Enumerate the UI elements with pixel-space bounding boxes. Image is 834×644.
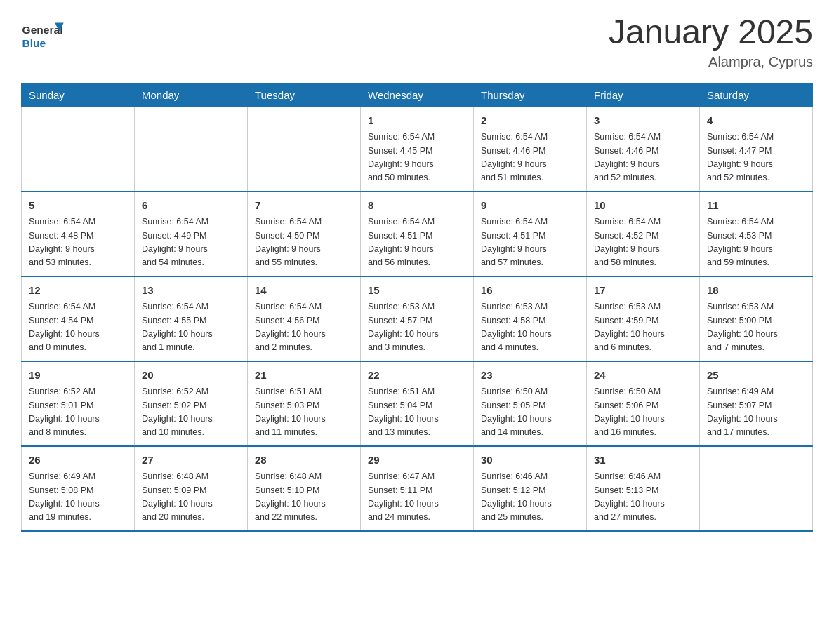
day-info: Sunrise: 6:54 AMSunset: 4:51 PMDaylight:… [481, 215, 579, 270]
day-number: 15 [368, 283, 466, 299]
calendar-week-row: 12Sunrise: 6:54 AMSunset: 4:54 PMDayligh… [22, 276, 813, 361]
day-number: 17 [594, 283, 692, 299]
day-number: 7 [255, 198, 353, 214]
day-number: 12 [29, 283, 127, 299]
table-row: 18Sunrise: 6:53 AMSunset: 5:00 PMDayligh… [700, 276, 813, 361]
day-number: 8 [368, 198, 466, 214]
day-info: Sunrise: 6:53 AMSunset: 5:00 PMDaylight:… [707, 300, 805, 355]
day-number: 24 [594, 368, 692, 384]
day-info: Sunrise: 6:49 AMSunset: 5:08 PMDaylight:… [29, 470, 127, 525]
day-info: Sunrise: 6:53 AMSunset: 4:59 PMDaylight:… [594, 300, 692, 355]
calendar-week-row: 1Sunrise: 6:54 AMSunset: 4:45 PMDaylight… [22, 107, 813, 192]
day-info: Sunrise: 6:54 AMSunset: 4:50 PMDaylight:… [255, 215, 353, 270]
day-info: Sunrise: 6:54 AMSunset: 4:45 PMDaylight:… [368, 130, 466, 185]
day-number: 11 [707, 198, 805, 214]
day-number: 1 [368, 113, 466, 129]
day-number: 26 [29, 452, 127, 469]
header-friday: Friday [587, 83, 700, 107]
logo: General Blue [21, 14, 70, 56]
day-info: Sunrise: 6:54 AMSunset: 4:55 PMDaylight:… [142, 300, 240, 355]
table-row: 14Sunrise: 6:54 AMSunset: 4:56 PMDayligh… [248, 276, 361, 361]
day-info: Sunrise: 6:52 AMSunset: 5:02 PMDaylight:… [142, 385, 240, 440]
day-number: 10 [594, 198, 692, 214]
table-row [700, 446, 813, 531]
day-info: Sunrise: 6:53 AMSunset: 4:57 PMDaylight:… [368, 300, 466, 355]
day-info: Sunrise: 6:54 AMSunset: 4:48 PMDaylight:… [29, 215, 127, 270]
day-info: Sunrise: 6:54 AMSunset: 4:56 PMDaylight:… [255, 300, 353, 355]
day-number: 9 [481, 198, 579, 214]
table-row: 28Sunrise: 6:48 AMSunset: 5:10 PMDayligh… [248, 446, 361, 531]
table-row: 24Sunrise: 6:50 AMSunset: 5:06 PMDayligh… [587, 361, 700, 446]
day-number: 31 [594, 452, 692, 469]
table-row: 10Sunrise: 6:54 AMSunset: 4:52 PMDayligh… [587, 192, 700, 276]
table-row: 30Sunrise: 6:46 AMSunset: 5:12 PMDayligh… [474, 446, 587, 531]
day-info: Sunrise: 6:48 AMSunset: 5:10 PMDaylight:… [255, 470, 353, 525]
day-number: 25 [707, 368, 805, 384]
day-info: Sunrise: 6:54 AMSunset: 4:51 PMDaylight:… [368, 215, 466, 270]
table-row: 21Sunrise: 6:51 AMSunset: 5:03 PMDayligh… [248, 361, 361, 446]
day-number: 27 [142, 452, 240, 469]
day-number: 4 [707, 113, 805, 129]
header-thursday: Thursday [474, 83, 587, 107]
table-row: 25Sunrise: 6:49 AMSunset: 5:07 PMDayligh… [700, 361, 813, 446]
day-number: 20 [142, 368, 240, 384]
day-info: Sunrise: 6:50 AMSunset: 5:06 PMDaylight:… [594, 385, 692, 440]
day-number: 5 [29, 198, 127, 214]
table-row: 23Sunrise: 6:50 AMSunset: 5:05 PMDayligh… [474, 361, 587, 446]
day-info: Sunrise: 6:54 AMSunset: 4:47 PMDaylight:… [707, 130, 805, 185]
header-wednesday: Wednesday [361, 83, 474, 107]
day-info: Sunrise: 6:50 AMSunset: 5:05 PMDaylight:… [481, 385, 579, 440]
day-info: Sunrise: 6:54 AMSunset: 4:54 PMDaylight:… [29, 300, 127, 355]
day-number: 6 [142, 198, 240, 214]
table-row: 9Sunrise: 6:54 AMSunset: 4:51 PMDaylight… [474, 192, 587, 276]
day-number: 3 [594, 113, 692, 129]
table-row: 4Sunrise: 6:54 AMSunset: 4:47 PMDaylight… [700, 107, 813, 192]
svg-text:Blue: Blue [22, 37, 46, 49]
table-row: 12Sunrise: 6:54 AMSunset: 4:54 PMDayligh… [22, 276, 135, 361]
day-info: Sunrise: 6:48 AMSunset: 5:09 PMDaylight:… [142, 470, 240, 525]
table-row: 16Sunrise: 6:53 AMSunset: 4:58 PMDayligh… [474, 276, 587, 361]
table-row: 5Sunrise: 6:54 AMSunset: 4:48 PMDaylight… [22, 192, 135, 276]
table-row [22, 107, 135, 192]
day-number: 29 [368, 452, 466, 469]
calendar-week-row: 26Sunrise: 6:49 AMSunset: 5:08 PMDayligh… [22, 446, 813, 531]
table-row: 27Sunrise: 6:48 AMSunset: 5:09 PMDayligh… [135, 446, 248, 531]
table-row: 3Sunrise: 6:54 AMSunset: 4:46 PMDaylight… [587, 107, 700, 192]
day-info: Sunrise: 6:54 AMSunset: 4:49 PMDaylight:… [142, 215, 240, 270]
subtitle: Alampra, Cyprus [609, 54, 813, 70]
day-number: 14 [255, 283, 353, 299]
day-info: Sunrise: 6:54 AMSunset: 4:46 PMDaylight:… [594, 130, 692, 185]
table-row: 17Sunrise: 6:53 AMSunset: 4:59 PMDayligh… [587, 276, 700, 361]
calendar-week-row: 19Sunrise: 6:52 AMSunset: 5:01 PMDayligh… [22, 361, 813, 446]
day-number: 22 [368, 368, 466, 384]
logo-svg: General Blue [21, 14, 70, 56]
day-number: 30 [481, 452, 579, 469]
day-info: Sunrise: 6:53 AMSunset: 4:58 PMDaylight:… [481, 300, 579, 355]
table-row: 8Sunrise: 6:54 AMSunset: 4:51 PMDaylight… [361, 192, 474, 276]
table-row: 22Sunrise: 6:51 AMSunset: 5:04 PMDayligh… [361, 361, 474, 446]
day-info: Sunrise: 6:46 AMSunset: 5:13 PMDaylight:… [594, 470, 692, 525]
day-info: Sunrise: 6:51 AMSunset: 5:03 PMDaylight:… [255, 385, 353, 440]
day-number: 13 [142, 283, 240, 299]
header-saturday: Saturday [700, 83, 813, 107]
day-info: Sunrise: 6:46 AMSunset: 5:12 PMDaylight:… [481, 470, 579, 525]
table-row: 19Sunrise: 6:52 AMSunset: 5:01 PMDayligh… [22, 361, 135, 446]
day-number: 21 [255, 368, 353, 384]
table-row: 7Sunrise: 6:54 AMSunset: 4:50 PMDaylight… [248, 192, 361, 276]
table-row: 11Sunrise: 6:54 AMSunset: 4:53 PMDayligh… [700, 192, 813, 276]
day-number: 2 [481, 113, 579, 129]
header-tuesday: Tuesday [248, 83, 361, 107]
day-info: Sunrise: 6:54 AMSunset: 4:53 PMDaylight:… [707, 215, 805, 270]
table-row: 26Sunrise: 6:49 AMSunset: 5:08 PMDayligh… [22, 446, 135, 531]
day-number: 28 [255, 452, 353, 469]
header-monday: Monday [135, 83, 248, 107]
title-block: January 2025 Alampra, Cyprus [609, 14, 813, 70]
table-row: 6Sunrise: 6:54 AMSunset: 4:49 PMDaylight… [135, 192, 248, 276]
table-row: 1Sunrise: 6:54 AMSunset: 4:45 PMDaylight… [361, 107, 474, 192]
day-number: 19 [29, 368, 127, 384]
calendar-header-row: Sunday Monday Tuesday Wednesday Thursday… [22, 83, 813, 107]
calendar-week-row: 5Sunrise: 6:54 AMSunset: 4:48 PMDaylight… [22, 192, 813, 276]
table-row: 13Sunrise: 6:54 AMSunset: 4:55 PMDayligh… [135, 276, 248, 361]
table-row: 31Sunrise: 6:46 AMSunset: 5:13 PMDayligh… [587, 446, 700, 531]
table-row [248, 107, 361, 192]
